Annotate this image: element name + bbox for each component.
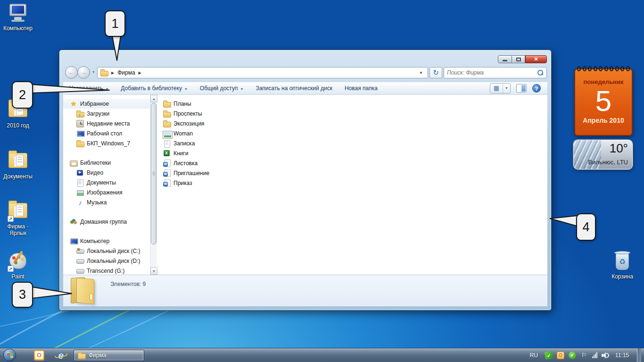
- nav-item-documents[interactable]: Документы: [63, 177, 150, 187]
- breadcrumb-arrow-icon[interactable]: ▶: [139, 71, 141, 75]
- nav-item-desktop[interactable]: Рабочий стол: [63, 128, 150, 138]
- show-desktop-button[interactable]: [637, 348, 641, 362]
- desktop-icon-computer[interactable]: Компьютер: [0, 3, 36, 32]
- nav-item-transcend-g[interactable]: Transcend (G:): [63, 266, 150, 275]
- file-row[interactable]: Записка: [163, 138, 545, 148]
- nav-item-bkp-windows7[interactable]: БКП_Windows_7: [63, 138, 150, 148]
- calendar-day: 5: [575, 85, 632, 117]
- volume-icon[interactable]: [602, 352, 609, 359]
- help-button[interactable]: ?: [532, 84, 541, 93]
- desktop-icon-documents[interactable]: Документы: [0, 151, 36, 180]
- file-row[interactable]: Планы: [163, 99, 545, 109]
- recycle-bin-icon: ♻: [611, 251, 634, 272]
- search-box[interactable]: [444, 67, 547, 78]
- calendar-spiral-binding: [577, 66, 630, 71]
- nav-group-libraries[interactable]: Библиотеки: [63, 158, 150, 168]
- taskbar-app-firma[interactable]: Фирма: [74, 350, 144, 361]
- search-icon[interactable]: [537, 69, 544, 76]
- callout-1: 1: [105, 10, 125, 37]
- nav-item-recent-places[interactable]: Недавние места: [63, 118, 150, 128]
- weather-location: Вильнюс, LTU: [588, 159, 628, 166]
- breadcrumb-arrow-icon: ▶: [111, 71, 114, 75]
- nav-item-disk-d[interactable]: Локальный диск (D:): [63, 256, 150, 266]
- callout-4: 4: [576, 213, 596, 241]
- callout-3: 3: [12, 282, 33, 308]
- file-row[interactable]: Проспекты: [163, 109, 545, 118]
- nav-pane-scrollbar[interactable]: ▲ ▼: [150, 95, 157, 275]
- search-input[interactable]: [447, 69, 537, 76]
- tray-outlook-icon[interactable]: O: [557, 352, 564, 359]
- nav-group-homegroup[interactable]: Домашняя группа: [63, 217, 150, 227]
- weather-gadget[interactable]: 10° Вильнюс, LTU: [573, 140, 633, 169]
- toolbar-burn-disc[interactable]: Записать на оптический диск: [249, 82, 339, 94]
- toolbar-organize[interactable]: Упорядочить ▼: [63, 82, 115, 94]
- minimize-button[interactable]: [498, 55, 512, 63]
- close-button[interactable]: ✕: [525, 55, 547, 63]
- toolbar-new-folder[interactable]: Новая папка: [339, 82, 384, 94]
- shortcut-arrow-icon: ➚: [8, 216, 14, 222]
- views-grid-icon[interactable]: ▦: [490, 84, 503, 93]
- forward-button[interactable]: →: [77, 66, 90, 79]
- folder-icon-large: [70, 276, 100, 305]
- tray-green-check-icon[interactable]: ✓: [545, 351, 553, 359]
- change-view-button[interactable]: ▦ ▼: [490, 83, 511, 93]
- history-dropdown-icon[interactable]: ▼: [92, 70, 95, 74]
- clock[interactable]: 11:15: [615, 352, 629, 359]
- nav-group-computer[interactable]: Компьютер: [63, 236, 150, 246]
- details-pane: Элементов: 9: [63, 275, 547, 306]
- desktop-icon-paint[interactable]: ➚ Paint: [0, 251, 36, 280]
- excel-file-icon: [163, 150, 171, 157]
- file-list: Планы Проспекты Экспозиция Woman Записка…: [163, 99, 545, 275]
- nav-item-pictures[interactable]: Изображения: [63, 187, 150, 197]
- scroll-up-icon[interactable]: ▲: [150, 95, 157, 102]
- desktop-icon-label: Paint: [0, 273, 36, 280]
- scrollbar-thumb[interactable]: [151, 103, 157, 244]
- windows-logo-icon: [7, 353, 13, 358]
- desktop-icon: [76, 130, 84, 137]
- word-file-icon: [163, 179, 171, 187]
- pictures-library-icon: [76, 189, 84, 196]
- nav-item-music[interactable]: ♪ Музыка: [63, 197, 150, 207]
- back-button[interactable]: ←: [65, 66, 78, 79]
- preview-pane-button[interactable]: [516, 84, 527, 93]
- word-file-icon: [163, 169, 171, 177]
- calendar-gadget[interactable]: понедельник 5 Апрель 2010: [574, 68, 633, 136]
- views-dropdown-icon[interactable]: ▼: [503, 84, 510, 93]
- file-row[interactable]: Woman: [163, 128, 545, 138]
- tray-antivirus-icon[interactable]: ✓: [569, 352, 576, 359]
- breadcrumb-segment[interactable]: Фирма: [117, 69, 135, 76]
- desktop-icon-label: Компьютер: [0, 25, 36, 32]
- desktop-icon-firma-shortcut[interactable]: ➚ Фирма - Ярлык: [0, 201, 36, 236]
- network-icon[interactable]: [592, 352, 597, 358]
- text-file-icon: [163, 140, 171, 147]
- desktop-icon-recycle-bin[interactable]: ♻ Корзина: [604, 251, 640, 280]
- file-row[interactable]: Приглашение: [163, 168, 545, 178]
- file-row[interactable]: Листовка: [163, 158, 545, 168]
- address-breadcrumb[interactable]: ▶ Фирма ▶ ▼: [97, 67, 428, 78]
- file-row[interactable]: Книги: [163, 148, 545, 158]
- nav-group-favorites[interactable]: ★ Избранное: [63, 99, 150, 109]
- nav-item-downloads[interactable]: ↓ Загрузки: [63, 109, 150, 118]
- action-center-icon[interactable]: ⚐: [580, 352, 588, 359]
- outlook-taskbar-icon[interactable]: O: [34, 350, 44, 361]
- toolbar-add-to-library[interactable]: Добавить в библиотеку ▼: [115, 82, 193, 94]
- homegroup-icon: [70, 218, 77, 226]
- internet-explorer-icon[interactable]: e: [56, 350, 66, 361]
- desktop-icon-label: Корзина: [604, 273, 640, 280]
- nav-item-disk-c[interactable]: Локальный диск (C:): [63, 246, 150, 256]
- language-indicator[interactable]: RU: [530, 352, 538, 359]
- address-dropdown-icon[interactable]: ▼: [417, 71, 425, 75]
- desktop-icon-label: Фирма - Ярлык: [3, 223, 33, 236]
- explorer-window: ✕ ← → ▼ ▶ Фирма ▶ ▼ ↻ Упорядочить ▼ Доба…: [59, 50, 552, 311]
- toolbar-share[interactable]: Общий доступ ▼: [194, 82, 250, 94]
- file-row[interactable]: Приказ: [163, 178, 545, 188]
- maximize-button[interactable]: [512, 55, 525, 63]
- scroll-down-icon[interactable]: ▼: [150, 267, 157, 275]
- callout-2: 2: [12, 81, 33, 109]
- image-file-icon: [163, 130, 171, 137]
- refresh-button[interactable]: ↻: [429, 67, 442, 78]
- taskbar: O e Фирма RU ✓ O ✓ ⚐ 11:15: [0, 348, 644, 362]
- nav-item-video[interactable]: Видео: [63, 168, 150, 177]
- file-row[interactable]: Экспозиция: [163, 118, 545, 128]
- start-button[interactable]: [3, 349, 16, 362]
